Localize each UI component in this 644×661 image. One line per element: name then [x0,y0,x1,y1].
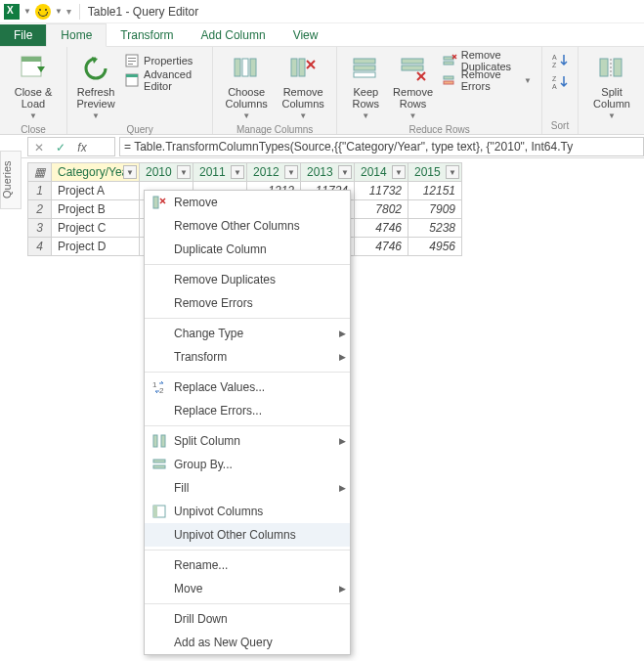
column-header[interactable]: Category/Year▼ [52,163,140,182]
svg-rect-1 [21,57,41,62]
split-column-button[interactable]: Split Column ▼ [584,51,639,122]
menu-item[interactable]: Remove Duplicates [145,268,350,291]
menu-item[interactable]: Remove Other Columns [145,214,350,238]
column-header[interactable]: 2010▼ [140,163,193,182]
tab-transform[interactable]: Transform [107,24,187,46]
svg-text:A: A [552,54,557,61]
sort-asc-button[interactable]: AZ [548,51,572,70]
menu-item-label: Unpivot Other Columns [174,528,334,542]
filter-icon[interactable]: ▼ [231,165,244,179]
menu-item[interactable]: Group By... [145,453,350,476]
remove-errors-icon [442,72,457,88]
filter-icon[interactable]: ▼ [123,165,137,179]
group-close: Close & Load ▼ Close [0,47,67,134]
properties-icon [124,53,140,68]
menu-item[interactable]: 12Replace Values... [145,375,350,399]
menu-item[interactable]: Remove Errors [145,291,350,315]
menu-item[interactable]: Split Column▶ [145,429,350,453]
menu-item[interactable]: Unpivot Columns [145,500,350,523]
cell[interactable]: 7909 [408,200,462,219]
menu-item[interactable]: Add as New Query [145,631,350,654]
cancel-formula-button[interactable]: ✕ [28,138,50,157]
menu-item[interactable]: Remove [145,191,350,214]
close-and-load-button[interactable]: Close & Load ▼ [6,51,61,122]
tab-home[interactable]: Home [46,23,107,47]
qat-overflow[interactable]: ▾ [66,6,71,17]
svg-text:1: 1 [152,380,157,389]
formula-input[interactable]: = Table.TransformColumnTypes(Source,{{"C… [119,137,644,156]
group-manage-columns: Choose Columns ▼ Remove Columns ▼ Manage… [213,47,337,134]
qat-dropdown-icon[interactable]: ▼ [23,7,31,16]
filter-icon[interactable]: ▼ [177,165,191,179]
excel-icon [4,4,20,20]
cell[interactable]: 4746 [355,219,408,238]
keep-rows-button[interactable]: Keep Rows ▼ [343,51,388,122]
menu-item-label: Drill Down [174,612,334,626]
menu-separator [145,372,350,373]
advanced-editor-button[interactable]: Advanced Editor [120,70,206,90]
remove-rows-icon [398,53,429,84]
menu-item[interactable]: Move▶ [145,577,350,600]
row-header[interactable]: 1 [28,182,52,200]
filter-icon[interactable]: ▼ [392,165,406,179]
close-load-label: Close & Load [15,86,53,110]
remove-rows-button[interactable]: Remove Rows ▼ [390,51,435,122]
confirm-formula-button[interactable]: ✓ [50,138,71,157]
menu-item[interactable]: Transform▶ [145,345,350,369]
cell[interactable]: 7802 [355,200,408,219]
menu-item-label: Transform [174,350,334,364]
refresh-preview-button[interactable]: Refresh Preview ▼ [73,51,118,122]
smiley-icon[interactable] [35,4,51,20]
menu-item-label: Group By... [174,458,334,471]
cell[interactable]: 4956 [408,238,462,256]
filter-icon[interactable]: ▼ [446,165,459,179]
remove-errors-button[interactable]: Remove Errors ▼ [438,70,536,90]
menu-separator [145,550,350,551]
select-all-icon[interactable]: ▦ [28,163,52,182]
fx-button[interactable]: fx [71,138,93,157]
menu-item[interactable]: Duplicate Column [145,238,350,261]
cell[interactable]: 11732 [355,182,408,200]
svg-rect-45 [153,506,157,517]
choose-columns-button[interactable]: Choose Columns ▼ [219,51,274,122]
cell[interactable]: 4746 [355,238,408,256]
menu-item[interactable]: Replace Errors... [145,399,350,422]
column-header[interactable]: 2014▼ [355,163,408,182]
cell[interactable]: Project D [52,238,140,256]
menu-item[interactable]: Unpivot Other Columns [145,523,350,547]
row-header[interactable]: 2 [28,200,52,219]
svg-text:Z: Z [552,75,557,82]
column-header[interactable]: 2011▼ [193,163,247,182]
submenu-arrow-icon: ▶ [334,483,350,493]
menu-item[interactable]: Fill▶ [145,476,350,500]
column-header[interactable]: 2015▼ [408,163,462,182]
qat-dropdown-icon[interactable]: ▼ [55,7,63,16]
row-header[interactable]: 3 [28,219,52,238]
column-header[interactable]: 2012▼ [247,163,301,182]
split-column-label: Split Column [593,86,630,110]
menu-item-label: Replace Errors... [174,404,334,418]
advanced-editor-label: Advanced Editor [144,68,202,92]
remove-columns-button[interactable]: Remove Columns ▼ [276,51,330,122]
column-header[interactable]: 2013▼ [301,163,355,182]
cell[interactable]: Project A [52,182,140,200]
remove-duplicates-button[interactable]: Remove Duplicates [438,51,536,70]
cell[interactable]: 12151 [408,182,462,200]
cell[interactable]: 5238 [408,219,462,238]
svg-rect-18 [402,59,423,64]
sort-desc-button[interactable]: ZA [548,72,572,92]
menu-item[interactable]: Drill Down [145,607,350,631]
properties-label: Properties [144,55,193,66]
tab-add-column[interactable]: Add Column [188,24,279,46]
menu-item[interactable]: Rename... [145,553,350,577]
cell[interactable]: Project C [52,219,140,238]
row-header[interactable]: 4 [28,238,52,256]
filter-icon[interactable]: ▼ [284,165,298,179]
cell[interactable]: Project B [52,200,140,219]
filter-icon[interactable]: ▼ [338,165,352,179]
menu-item[interactable]: Change Type▶ [145,322,350,345]
tab-file[interactable]: File [0,24,46,46]
properties-button[interactable]: Properties [120,51,206,70]
tab-view[interactable]: View [279,24,332,46]
queries-panel-collapsed[interactable]: Queries [0,151,21,209]
